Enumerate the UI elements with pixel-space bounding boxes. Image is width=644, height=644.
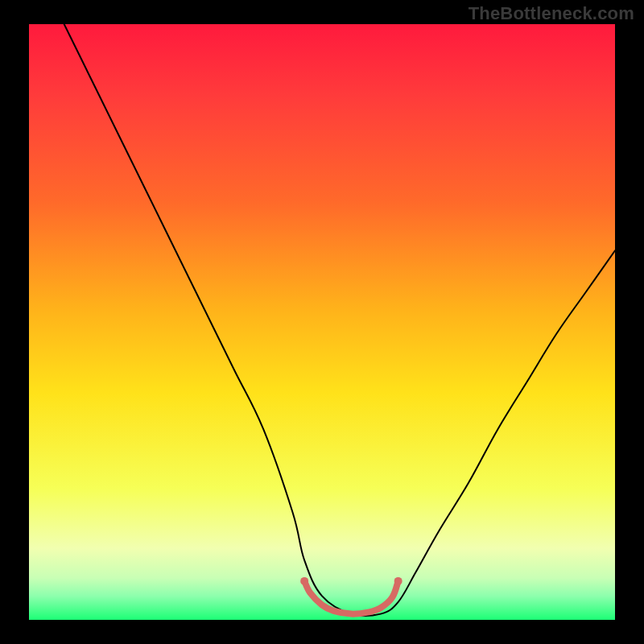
optimal-band-endpoint xyxy=(300,577,308,585)
chart-frame: TheBottleneck.com xyxy=(0,0,644,644)
optimal-band-endpoint xyxy=(394,577,402,585)
chart-svg xyxy=(29,24,615,620)
plot-area xyxy=(29,24,615,620)
gradient-background xyxy=(29,24,615,620)
watermark-text: TheBottleneck.com xyxy=(469,3,634,24)
